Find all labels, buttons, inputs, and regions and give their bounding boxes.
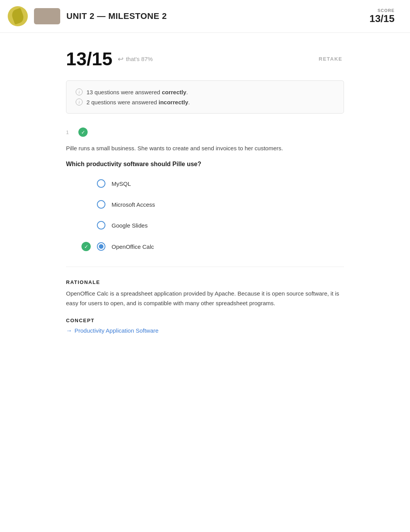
score-label: SCORE xyxy=(369,8,395,13)
option-google-slides: Google Slides xyxy=(81,221,344,229)
summary-box: i 13 questions were answered correctly. … xyxy=(66,80,344,114)
logo-leaf-shape xyxy=(10,8,25,24)
concept-arrow-icon: → xyxy=(66,327,72,334)
question-header: 1 ✓ xyxy=(66,127,344,137)
header-left: UNIT 2 — MILESTONE 2 xyxy=(8,6,167,26)
option-openoffice-calc: ✓ OpenOffice Calc xyxy=(81,242,344,251)
retake-button[interactable]: RETAKE xyxy=(317,53,344,65)
rationale-title: RATIONALE xyxy=(66,279,344,285)
option-label-google-slides: Google Slides xyxy=(112,222,147,229)
option-mysql: MySQL xyxy=(81,179,344,188)
concept-link-text: Productivity Application Software xyxy=(75,327,159,334)
info-icon-incorrect: i xyxy=(76,99,83,105)
option-microsoft-access: Microsoft Access xyxy=(81,200,344,209)
correct-check-openoffice: ✓ xyxy=(81,242,91,251)
incorrect-summary-row: i 2 questions were answered incorrectly. xyxy=(76,99,334,105)
radio-microsoft-access[interactable] xyxy=(97,200,105,209)
concept-link[interactable]: → Productivity Application Software xyxy=(66,327,344,334)
page-header: UNIT 2 — MILESTONE 2 SCORE 13/15 xyxy=(0,0,410,33)
question-number: 1 xyxy=(66,129,74,135)
score-display: 13/15 xyxy=(369,13,395,25)
correct-count: 13 xyxy=(86,89,93,95)
page-title: UNIT 2 — MILESTONE 2 xyxy=(66,11,167,21)
question-correct-icon: ✓ xyxy=(78,127,88,137)
score-fraction: 13/15 xyxy=(66,48,112,70)
radio-openoffice-calc[interactable] xyxy=(97,242,105,251)
option-label-mysql: MySQL xyxy=(112,180,131,187)
correct-summary-text: 13 questions were answered correctly. xyxy=(86,89,188,95)
user-avatar xyxy=(34,8,60,24)
question-block: 1 ✓ Pille runs a small business. She wan… xyxy=(66,127,344,251)
percent-text: that's 87% xyxy=(126,56,153,62)
incorrect-count: 2 xyxy=(86,99,90,105)
incorrect-summary-text: 2 questions were answered incorrectly. xyxy=(86,99,190,105)
options-list: MySQL Microsoft Access Google Slides ✓ O… xyxy=(81,179,344,251)
info-icon-correct: i xyxy=(76,88,83,95)
question-prompt: Which productivity software should Pille… xyxy=(66,161,344,168)
score-percent-group: ↩ that's 87% xyxy=(118,55,153,63)
rationale-section: RATIONALE OpenOffice Calc is a spreadshe… xyxy=(66,267,344,334)
score-big-group: 13/15 ↩ that's 87% xyxy=(66,48,153,70)
incorrect-bold: incorrectly xyxy=(159,99,188,105)
score-row: 13/15 ↩ that's 87% RETAKE xyxy=(66,48,344,70)
option-label-openoffice-calc: OpenOffice Calc xyxy=(112,243,154,250)
question-text: Pille runs a small business. She wants t… xyxy=(66,144,344,153)
radio-mysql[interactable] xyxy=(97,179,105,188)
rationale-text: OpenOffice Calc is a spreadsheet applica… xyxy=(66,289,344,308)
correct-bold: correctly xyxy=(162,89,186,95)
correct-label: questions were answered xyxy=(95,89,162,95)
left-arrow-icon: ↩ xyxy=(118,55,124,63)
option-label-microsoft-access: Microsoft Access xyxy=(112,201,155,208)
incorrect-label: questions were answered xyxy=(91,99,159,105)
main-content: 13/15 ↩ that's 87% RETAKE i 13 questions… xyxy=(58,33,352,357)
concept-title: CONCEPT xyxy=(66,318,344,323)
correct-summary-row: i 13 questions were answered correctly. xyxy=(76,88,334,95)
header-score-block: SCORE 13/15 xyxy=(369,8,395,25)
radio-google-slides[interactable] xyxy=(97,221,105,229)
logo-icon xyxy=(8,6,28,26)
